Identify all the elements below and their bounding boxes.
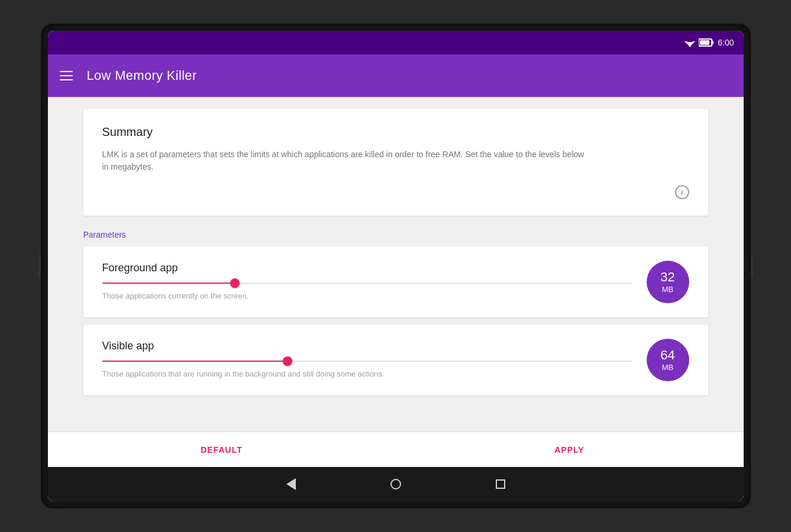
foreground-slider-container (102, 283, 632, 284)
visible-value-number: 64 (660, 348, 674, 362)
visible-value-badge: 64 MB (647, 339, 689, 381)
foreground-slider-fill (102, 283, 235, 284)
foreground-value-badge: 32 MB (647, 261, 689, 303)
foreground-slider-thumb[interactable] (230, 278, 240, 288)
summary-title: Summary (102, 125, 689, 139)
back-triangle-icon (286, 478, 296, 490)
recents-button[interactable] (496, 479, 505, 489)
visible-slider-fill (102, 361, 288, 362)
summary-description: LMK is a set of parameters that sets the… (102, 148, 587, 173)
status-bar: 6:00 (48, 31, 744, 54)
home-button[interactable] (390, 479, 401, 489)
home-circle-icon (390, 479, 401, 489)
foreground-value-number: 32 (660, 270, 674, 284)
foreground-slider-track (102, 283, 632, 284)
nav-bar (48, 467, 744, 501)
back-button[interactable] (286, 478, 296, 490)
hamburger-menu-icon[interactable] (60, 71, 73, 80)
visible-app-title: Visible app (102, 340, 632, 352)
info-icon-row: i (102, 185, 689, 199)
recents-square-icon (496, 479, 505, 489)
parameters-section-label: Parameters (83, 230, 708, 239)
action-bar: DEFAULT APPLY (48, 432, 744, 467)
visible-value-unit: MB (662, 363, 674, 372)
tablet-frame: 6:00 Low Memory Killer Summary LMK is a … (41, 24, 751, 508)
visible-app-description: Those applications that are running in t… (102, 369, 632, 379)
apply-button[interactable]: APPLY (396, 432, 744, 467)
wifi-icon (685, 38, 695, 47)
app-bar: Low Memory Killer (48, 54, 744, 97)
status-bar-icons: 6:00 (685, 38, 734, 47)
summary-card: Summary LMK is a set of parameters that … (83, 109, 708, 216)
param-card-foreground: Foreground app Those applications curren… (83, 246, 708, 317)
foreground-app-description: Those applications currently on the scre… (102, 291, 632, 301)
param-card-foreground-content: Foreground app Those applications curren… (102, 262, 632, 301)
side-button-left (38, 254, 41, 278)
param-card-visible-content: Visible app Those applications that are … (102, 340, 632, 379)
svg-rect-5 (700, 40, 709, 45)
visible-slider-thumb[interactable] (283, 356, 292, 366)
visible-slider-container (102, 361, 632, 362)
app-bar-title: Low Memory Killer (87, 68, 197, 83)
foreground-app-title: Foreground app (102, 262, 632, 274)
battery-icon (699, 38, 714, 47)
side-button-right (751, 254, 753, 278)
default-button[interactable]: DEFAULT (48, 432, 396, 467)
main-content: Summary LMK is a set of parameters that … (48, 97, 744, 432)
svg-rect-6 (712, 41, 713, 44)
visible-slider-track (102, 361, 632, 362)
status-time: 6:00 (718, 38, 734, 47)
tablet-screen: 6:00 Low Memory Killer Summary LMK is a … (48, 31, 744, 501)
info-icon[interactable]: i (675, 185, 689, 199)
foreground-value-unit: MB (662, 285, 674, 294)
param-card-visible: Visible app Those applications that are … (83, 325, 708, 395)
